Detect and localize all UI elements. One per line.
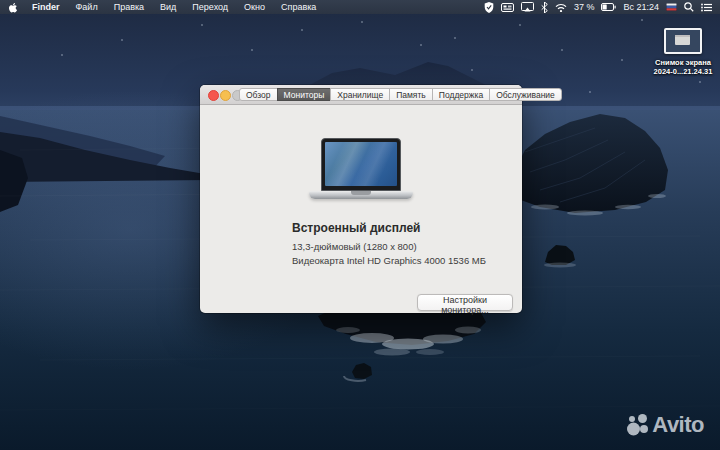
macbook-illustration <box>309 138 413 199</box>
apple-menu-icon[interactable] <box>8 1 18 13</box>
avito-wordmark: Avito <box>652 412 704 438</box>
bluetooth-icon[interactable] <box>541 2 548 13</box>
menu-edit[interactable]: Правка <box>106 0 152 14</box>
ru-flag-icon[interactable] <box>666 3 677 11</box>
battery-icon[interactable] <box>601 3 616 11</box>
avito-watermark: Avito <box>627 412 704 438</box>
screenshot-thumbnail[interactable] <box>664 28 702 54</box>
menu-clock[interactable]: Вс 21:24 <box>623 2 659 12</box>
display-graphics: Видеокарта Intel HD Graphics 4000 1536 М… <box>292 255 486 266</box>
display-mirroring-icon[interactable] <box>521 2 534 12</box>
desktop: Finder Файл Правка Вид Переход Окно Спра… <box>0 0 720 450</box>
menu-app-name[interactable]: Finder <box>24 0 68 14</box>
menu-help[interactable]: Справка <box>273 0 324 14</box>
screenshot-file-icon[interactable]: Снимок экрана 2024-0...21.24.31 <box>663 28 703 76</box>
display-size-resolution: 13,3-дюймовый (1280 x 800) <box>292 241 417 252</box>
menu-window[interactable]: Окно <box>236 0 273 14</box>
minimize-button[interactable] <box>220 90 231 101</box>
displays-pane: Встроенный дисплей 13,3-дюймовый (1280 x… <box>200 105 522 313</box>
menu-view[interactable]: Вид <box>152 0 184 14</box>
tab-memory[interactable]: Память <box>389 88 433 101</box>
close-button[interactable] <box>208 90 219 101</box>
shield-icon[interactable] <box>484 2 494 13</box>
about-this-mac-window: Обзор Мониторы Хранилище Память Поддержк… <box>200 85 522 313</box>
display-name: Встроенный дисплей <box>292 221 420 235</box>
menu-file[interactable]: Файл <box>68 0 106 14</box>
about-tabs: Обзор Мониторы Хранилище Память Поддержк… <box>239 88 562 101</box>
tab-overview[interactable]: Обзор <box>239 88 278 101</box>
menu-bar: Finder Файл Правка Вид Переход Окно Спра… <box>0 0 720 14</box>
macbook-screen <box>321 138 401 191</box>
input-source-icon[interactable] <box>501 3 514 12</box>
tab-storage[interactable]: Хранилище <box>330 88 390 101</box>
notification-center-icon[interactable] <box>701 3 712 12</box>
wifi-icon[interactable] <box>555 3 567 12</box>
tab-service[interactable]: Обслуживание <box>489 88 562 101</box>
display-settings-button[interactable]: Настройки монитора... <box>417 294 513 311</box>
avito-logo-icon <box>627 414 649 436</box>
tab-displays[interactable]: Мониторы <box>277 88 332 101</box>
thumbnail-mini-titlebar <box>675 35 690 37</box>
menu-go[interactable]: Переход <box>184 0 236 14</box>
macbook-hinge-notch <box>351 191 371 195</box>
tab-support[interactable]: Поддержка <box>432 88 490 101</box>
window-titlebar[interactable]: Обзор Мониторы Хранилище Память Поддержк… <box>200 85 522 105</box>
screenshot-file-label[interactable]: Снимок экрана 2024-0...21.24.31 <box>635 58 720 76</box>
spotlight-search-icon[interactable] <box>684 2 694 12</box>
macbook-base <box>309 191 413 199</box>
battery-percent: 37 % <box>574 2 595 12</box>
macbook-display <box>325 142 397 186</box>
